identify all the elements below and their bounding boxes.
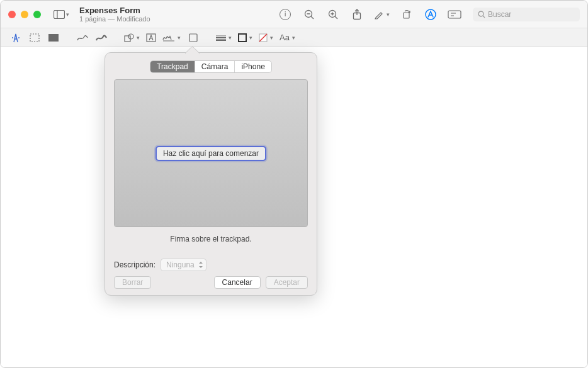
search-icon (478, 11, 485, 18)
description-label: Descripción: (114, 260, 155, 269)
sketch-icon (77, 34, 88, 42)
draw-icon (96, 34, 107, 42)
chevron-down-icon: ▾ (178, 35, 181, 41)
svg-rect-20 (30, 34, 39, 42)
chevron-down-icon: ▾ (229, 35, 232, 41)
svg-rect-26 (189, 34, 197, 42)
shapes-tool[interactable]: ▾ (122, 31, 142, 45)
titlebar: ▾ Expenses Form 1 página — Modificado i … (1, 1, 587, 28)
fullscreen-window-button[interactable] (33, 11, 41, 18)
svg-rect-0 (54, 10, 65, 18)
share-icon (352, 9, 362, 20)
rect-select-icon (30, 33, 40, 42)
draw-tool[interactable] (93, 31, 110, 45)
svg-line-3 (311, 16, 314, 19)
signature-hint: Firma sobre el trackpad. (114, 235, 308, 243)
close-window-button[interactable] (8, 11, 16, 18)
text-cursor-icon (11, 33, 20, 43)
markup-button[interactable] (421, 6, 440, 23)
svg-rect-11 (404, 13, 409, 18)
svg-point-23 (128, 34, 133, 39)
redact-icon (48, 34, 59, 42)
border-color-icon (238, 33, 247, 42)
zoom-in-button[interactable] (324, 6, 342, 23)
sidebar-toggle[interactable]: ▾ (51, 9, 72, 20)
signature-popover: Trackpad Cámara iPhone Haz clic aquí par… (105, 52, 317, 296)
signature-source-tabs: Trackpad Cámara iPhone (114, 60, 308, 73)
share-button[interactable] (348, 6, 366, 23)
note-tool[interactable] (184, 31, 202, 45)
search-input[interactable]: Buscar (473, 8, 580, 21)
popover-buttons: Borrar Cancelar Aceptar (114, 276, 308, 289)
svg-rect-21 (48, 34, 59, 42)
form-fill-button[interactable] (445, 6, 464, 23)
search-placeholder: Buscar (488, 10, 511, 19)
highlight-button[interactable]: ▾ (371, 8, 392, 21)
chevron-down-icon: ▾ (249, 35, 252, 41)
start-signing-button[interactable]: Haz clic aquí para comenzar (155, 146, 266, 161)
chevron-down-icon: ▾ (66, 11, 69, 18)
text-style-tool[interactable]: Aa ▾ (277, 31, 298, 45)
fill-color-icon (259, 33, 268, 42)
rotate-icon (401, 9, 412, 20)
chevron-down-icon: ▾ (137, 35, 140, 41)
title-main: Expenses Form (79, 6, 150, 15)
document-title: Expenses Form 1 página — Modificado (79, 6, 150, 23)
markup-icon (424, 8, 437, 21)
sketch-tool[interactable] (74, 31, 91, 45)
clear-button[interactable]: Borrar (114, 276, 151, 289)
window-controls (8, 11, 41, 18)
info-button[interactable]: i (276, 6, 295, 23)
svg-rect-13 (448, 11, 461, 18)
stroke-icon (216, 35, 226, 41)
rotate-button[interactable] (397, 6, 416, 23)
info-icon: i (280, 9, 291, 20)
sign-tool[interactable]: ▾ (160, 31, 183, 45)
description-row: Descripción: Ninguna (114, 259, 308, 271)
tab-iphone[interactable]: iPhone (234, 61, 271, 72)
svg-line-17 (483, 16, 485, 18)
svg-rect-30 (239, 34, 246, 42)
text-tool[interactable] (144, 31, 159, 45)
signature-icon (162, 33, 175, 42)
note-icon (189, 33, 198, 42)
trackpad-area[interactable]: Haz clic aquí para comenzar (114, 79, 308, 227)
form-field-icon (448, 10, 461, 19)
highlighter-icon (374, 9, 385, 20)
svg-line-6 (335, 16, 337, 19)
minimize-window-button[interactable] (21, 11, 28, 18)
redact-tool[interactable] (45, 31, 62, 45)
shapes-icon (124, 33, 134, 42)
document-content: Trackpad Cámara iPhone Haz clic aquí par… (1, 47, 587, 368)
zoom-in-icon (327, 9, 339, 20)
fill-color-tool[interactable]: ▾ (256, 31, 276, 45)
text-style-label: Aa (280, 33, 290, 42)
zoom-out-button[interactable] (300, 6, 319, 23)
tab-camera[interactable]: Cámara (195, 61, 235, 72)
stroke-tool[interactable]: ▾ (213, 31, 234, 45)
svg-point-16 (478, 11, 483, 16)
cancel-button[interactable]: Cancelar (214, 276, 261, 289)
markup-toolbar: ▾ ▾ ▾ ▾ ▾ Aa ▾ (1, 28, 587, 47)
text-selection-tool[interactable] (7, 31, 25, 45)
zoom-out-icon (303, 9, 315, 20)
textbox-icon (146, 33, 156, 42)
accept-button[interactable]: Aceptar (266, 276, 308, 289)
description-select[interactable]: Ninguna (161, 259, 206, 271)
rect-selection-tool[interactable] (26, 31, 43, 45)
description-value: Ninguna (166, 260, 195, 269)
tab-trackpad[interactable]: Trackpad (150, 61, 195, 72)
border-color-tool[interactable]: ▾ (235, 31, 255, 45)
chevron-down-icon: ▾ (387, 11, 390, 18)
chevron-down-icon: ▾ (292, 35, 295, 41)
title-sub: 1 página — Modificado (79, 15, 150, 23)
chevron-down-icon: ▾ (270, 35, 273, 41)
